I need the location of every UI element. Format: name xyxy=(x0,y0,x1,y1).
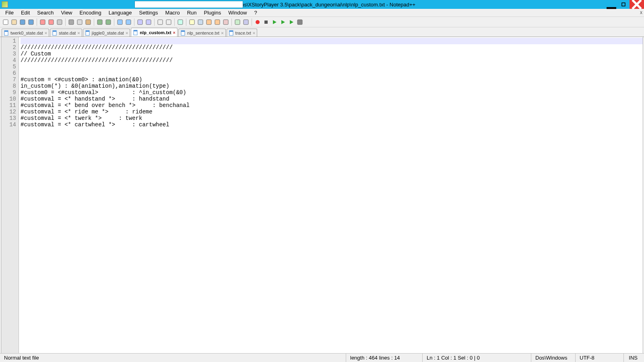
menu-edit[interactable]: Edit xyxy=(17,9,33,16)
tab-close-icon[interactable]: × xyxy=(45,31,47,35)
code-line: #customval = <* ride me *> : rideme xyxy=(21,109,643,115)
line-number: 12 xyxy=(1,109,16,115)
cut-icon[interactable] xyxy=(67,18,75,26)
tab-close-icon[interactable]: × xyxy=(173,30,175,35)
menu-window[interactable]: Window xyxy=(225,9,250,16)
stop-icon[interactable] xyxy=(262,18,270,26)
replace-icon[interactable] xyxy=(124,18,132,26)
menu-macro[interactable]: Macro xyxy=(162,9,184,16)
tab-close-icon[interactable]: × xyxy=(126,31,128,35)
tab-jiggle0-state-dat[interactable]: jiggle0_state.dat× xyxy=(83,29,130,37)
maximize-button[interactable] xyxy=(617,0,630,9)
tab-close-icon[interactable]: × xyxy=(77,31,80,35)
play-icon[interactable] xyxy=(270,18,279,26)
svg-marker-33 xyxy=(281,20,285,24)
tab-label: state.dat xyxy=(59,31,76,35)
zoom-out-icon[interactable] xyxy=(144,18,153,26)
fold-icon[interactable] xyxy=(205,18,213,26)
hide-icon[interactable] xyxy=(222,18,230,26)
mdi-close-button[interactable]: x xyxy=(640,10,642,15)
show-all-icon[interactable] xyxy=(188,18,196,26)
tab-close-icon[interactable]: × xyxy=(253,31,255,35)
line-gutter: 1234567891011121314 xyxy=(1,37,19,357)
toolbar-separator xyxy=(174,19,175,26)
svg-rect-12 xyxy=(77,20,82,25)
tab-state-dat[interactable]: state.dat× xyxy=(50,29,82,37)
line-number: 10 xyxy=(1,96,16,102)
tab-nlp-sentence-txt[interactable]: nlp_sentence.txt× xyxy=(178,29,226,37)
new-icon[interactable] xyxy=(2,18,10,26)
svg-rect-17 xyxy=(126,20,131,25)
svg-rect-15 xyxy=(106,20,111,25)
svg-rect-5 xyxy=(12,20,17,25)
code-area[interactable]: ////////////////////////////////////////… xyxy=(19,37,643,357)
svg-rect-22 xyxy=(178,20,183,25)
paste-icon[interactable] xyxy=(84,18,92,26)
monitor-icon[interactable] xyxy=(296,18,304,26)
close-button[interactable] xyxy=(630,0,644,9)
undo-icon[interactable] xyxy=(96,18,104,26)
tab-label: nlp_custom.txt xyxy=(140,30,171,35)
save-icon[interactable] xyxy=(19,18,27,26)
tab-nlp-custom-txt[interactable]: nlp_custom.txt× xyxy=(131,28,178,37)
wrap-icon[interactable] xyxy=(176,18,184,26)
indent-icon[interactable] xyxy=(196,18,204,26)
menu-view[interactable]: View xyxy=(58,9,76,16)
copy-icon[interactable] xyxy=(76,18,84,26)
svg-rect-43 xyxy=(134,30,137,31)
unfold-icon[interactable] xyxy=(213,18,221,26)
status-position: Ln : 1 Col : 1 Sel : 0 | 0 xyxy=(423,354,531,362)
menu-plugins[interactable]: Plugins xyxy=(200,9,225,16)
find-icon[interactable] xyxy=(116,18,124,26)
svg-rect-37 xyxy=(4,31,8,32)
close-icon[interactable] xyxy=(39,18,47,26)
menu-search[interactable]: Search xyxy=(33,9,57,16)
sync-h-icon[interactable] xyxy=(165,18,173,26)
menu-language[interactable]: Language xyxy=(105,9,136,16)
file-icon xyxy=(180,30,186,36)
menu-?[interactable]: ? xyxy=(250,9,260,16)
save-all-icon[interactable] xyxy=(27,18,35,26)
record-icon[interactable] xyxy=(254,18,262,26)
line-number: 8 xyxy=(1,83,16,89)
menu-settings[interactable]: Settings xyxy=(136,9,162,16)
tab-label: twerk0_state.dat xyxy=(10,31,43,35)
svg-rect-24 xyxy=(198,20,203,25)
tab-twerk0-state-dat[interactable]: twerk0_state.dat× xyxy=(2,29,49,37)
svg-rect-31 xyxy=(264,21,268,24)
svg-rect-27 xyxy=(223,20,228,25)
menu-file[interactable]: File xyxy=(2,9,17,16)
file-icon xyxy=(4,30,9,36)
zoom-in-icon[interactable] xyxy=(136,18,144,26)
menu-encoding[interactable]: Encoding xyxy=(76,9,105,16)
svg-rect-26 xyxy=(215,20,220,25)
tab-label: jiggle0_state.dat xyxy=(92,31,124,35)
code-line: #customval = <* bend over bench *> : ben… xyxy=(21,102,643,109)
svg-rect-6 xyxy=(20,20,25,25)
open-icon[interactable] xyxy=(10,18,18,26)
svg-rect-39 xyxy=(53,31,56,32)
menu-run[interactable]: Run xyxy=(184,9,200,16)
status-filetype: Normal text file xyxy=(0,354,346,362)
line-number: 14 xyxy=(1,121,16,128)
svg-rect-4 xyxy=(3,20,8,25)
tab-trace-txt[interactable]: trace.txt× xyxy=(227,29,258,37)
svg-rect-1 xyxy=(622,3,625,6)
svg-marker-32 xyxy=(273,20,277,24)
func-list-icon[interactable] xyxy=(242,18,250,26)
redo-icon[interactable] xyxy=(104,18,112,26)
svg-rect-21 xyxy=(166,20,171,25)
close-all-icon[interactable] xyxy=(47,18,55,26)
code-line: #customval = <* handstand *> : handstand xyxy=(21,96,643,102)
tab-close-icon[interactable]: × xyxy=(221,31,223,35)
print-icon[interactable] xyxy=(56,18,64,26)
code-line xyxy=(21,70,643,76)
tab-label: nlp_sentence.txt xyxy=(187,31,219,35)
minimize-button[interactable] xyxy=(605,0,617,9)
doc-map-icon[interactable] xyxy=(233,18,242,26)
skip-icon[interactable] xyxy=(287,18,295,26)
sync-v-icon[interactable] xyxy=(156,18,164,26)
tab-label: trace.txt xyxy=(235,31,251,35)
play-multi-icon[interactable] xyxy=(279,18,287,26)
line-number: 7 xyxy=(1,76,16,83)
